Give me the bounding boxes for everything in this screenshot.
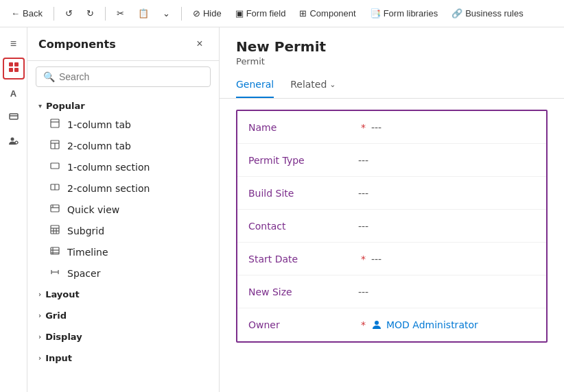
two-column-section-icon xyxy=(49,182,60,194)
category-grid[interactable]: › Grid xyxy=(27,305,219,326)
sidebar-menu-button[interactable]: ≡ xyxy=(3,33,25,55)
category-display[interactable]: › Display xyxy=(27,326,219,347)
chevron-down-icon: ⌄ xyxy=(163,8,170,19)
svg-rect-3 xyxy=(14,68,19,72)
category-popular[interactable]: ▾ Popular xyxy=(27,95,219,114)
field-value-contact[interactable]: --- xyxy=(358,221,368,232)
business-rules-button[interactable]: 🔗 Business rules xyxy=(446,5,529,21)
category-layout[interactable]: › Layout xyxy=(27,284,219,305)
hide-button[interactable]: ⊘ Hide xyxy=(187,5,227,21)
business-rules-label: Business rules xyxy=(465,8,524,19)
form-title: New Permit xyxy=(236,38,548,55)
back-label: Back xyxy=(23,8,43,19)
field-label-start-date: Start Date xyxy=(248,254,358,265)
svg-point-7 xyxy=(15,141,18,144)
one-column-section-icon xyxy=(49,161,60,173)
list-item[interactable]: 2-column section xyxy=(27,177,219,199)
toolbar-separator-3 xyxy=(181,7,182,21)
field-label-name: Name xyxy=(248,122,358,133)
panel-close-button[interactable]: × xyxy=(191,36,208,52)
chevron-right-icon: › xyxy=(38,354,41,362)
list-item[interactable]: 1-column section xyxy=(27,156,219,177)
back-button[interactable]: ← Back xyxy=(5,5,48,21)
timeline-label: Timeline xyxy=(67,247,108,258)
list-item[interactable]: Spacer xyxy=(27,262,219,284)
form-subtitle: Permit xyxy=(236,56,548,66)
sidebar-layers-button[interactable] xyxy=(3,107,25,129)
sidebar-components-button[interactable] xyxy=(3,58,25,79)
subgrid-label: Subgrid xyxy=(67,225,104,236)
dropdown-button[interactable]: ⌄ xyxy=(157,5,176,21)
field-value-name[interactable]: --- xyxy=(371,122,381,133)
cut-button[interactable]: ✂ xyxy=(111,5,130,21)
form-libraries-button[interactable]: 📑 Form libraries xyxy=(364,5,443,21)
form-header: New Permit Permit xyxy=(220,27,564,66)
quick-view-label: Quick view xyxy=(67,204,119,215)
search-box: 🔍 xyxy=(36,66,211,87)
component-label: Component xyxy=(309,8,355,19)
category-display-label: Display xyxy=(45,332,82,342)
tab-related[interactable]: Related ⌄ xyxy=(290,72,336,98)
tab-general[interactable]: General xyxy=(236,72,274,98)
table-row: Build Site --- xyxy=(237,177,546,210)
form-area: Name * --- Permit Type --- Build Site --… xyxy=(220,99,564,392)
list-item[interactable]: 2-column tab xyxy=(27,135,219,156)
list-item[interactable]: Timeline xyxy=(27,241,219,262)
chevron-down-icon: ⌄ xyxy=(329,80,336,89)
text-icon: A xyxy=(10,88,16,99)
component-list: ▾ Popular 1-column tab xyxy=(27,93,219,392)
user-settings-icon xyxy=(8,136,19,149)
panel-header: Components × xyxy=(27,27,219,61)
layers-icon xyxy=(8,111,19,125)
two-column-section-label: 2-column section xyxy=(67,183,150,194)
svg-rect-17 xyxy=(51,163,59,169)
toolbar-separator-2 xyxy=(105,7,106,21)
svg-rect-23 xyxy=(51,225,59,234)
tab-related-label: Related xyxy=(290,79,327,90)
field-value-owner[interactable]: MOD Administrator xyxy=(371,319,478,330)
redo-icon: ↻ xyxy=(86,8,94,19)
field-value-new-size[interactable]: --- xyxy=(358,286,368,297)
subgrid-icon xyxy=(49,225,60,236)
list-item[interactable]: Subgrid xyxy=(27,220,219,241)
toolbar: ← Back ↺ ↻ ✂ 📋 ⌄ ⊘ Hide ▣ Form field ⊞ C… xyxy=(0,0,564,27)
table-row: Start Date * --- xyxy=(237,243,546,275)
sidebar-text-button[interactable]: A xyxy=(3,82,25,104)
field-value-permit-type[interactable]: --- xyxy=(358,155,368,166)
svg-rect-12 xyxy=(51,119,59,127)
list-item[interactable]: 1-column tab xyxy=(27,114,219,135)
business-rules-icon: 🔗 xyxy=(451,8,462,19)
grid-icon xyxy=(8,62,19,75)
one-column-section-label: 1-column section xyxy=(67,162,150,173)
svg-rect-20 xyxy=(51,205,59,212)
svg-rect-0 xyxy=(9,62,13,66)
redo-button[interactable]: ↻ xyxy=(81,5,99,21)
one-column-tab-icon xyxy=(49,119,60,130)
search-input[interactable] xyxy=(59,71,203,82)
field-label-build-site: Build Site xyxy=(248,188,358,199)
svg-point-6 xyxy=(10,138,14,141)
list-item[interactable]: Quick view xyxy=(27,199,219,220)
form-libraries-label: Form libraries xyxy=(384,8,438,19)
user-icon xyxy=(371,319,382,330)
sidebar-user-button[interactable] xyxy=(3,132,25,154)
undo-button[interactable]: ↺ xyxy=(60,5,78,21)
component-button[interactable]: ⊞ Component xyxy=(294,5,361,21)
svg-point-35 xyxy=(375,321,379,325)
field-value-build-site[interactable]: --- xyxy=(358,188,368,199)
chevron-right-icon: › xyxy=(38,312,41,319)
chevron-right-icon: › xyxy=(38,333,41,341)
panel-title: Components xyxy=(38,38,116,51)
category-input[interactable]: › Input xyxy=(27,347,219,369)
category-grid-label: Grid xyxy=(45,310,67,321)
hide-label: Hide xyxy=(203,8,222,19)
paste-button[interactable]: 📋 xyxy=(132,5,154,21)
svg-rect-4 xyxy=(10,114,18,119)
required-indicator: * xyxy=(361,254,366,265)
table-row: Owner * MOD Administrator xyxy=(237,308,546,341)
field-value-start-date[interactable]: --- xyxy=(371,254,381,265)
category-input-label: Input xyxy=(45,353,72,363)
hide-icon: ⊘ xyxy=(193,8,200,19)
form-field-button[interactable]: ▣ Form field xyxy=(230,5,292,21)
field-label-owner: Owner xyxy=(248,319,358,330)
